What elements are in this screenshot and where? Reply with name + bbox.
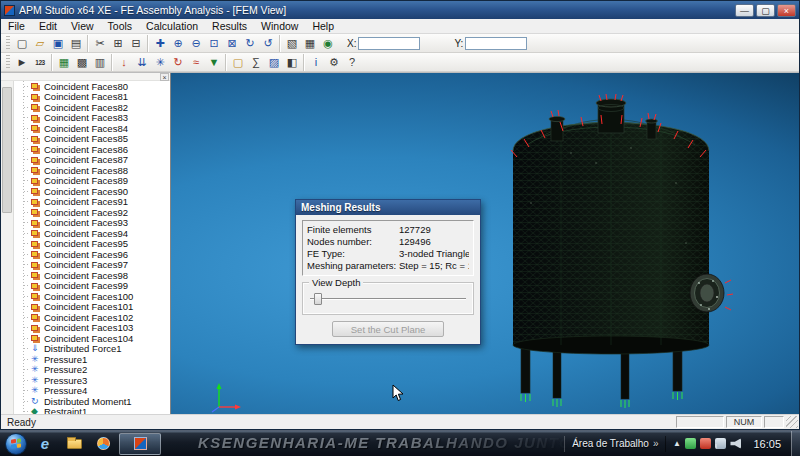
settings-icon[interactable]: ⚙ (325, 54, 343, 71)
open-file-icon[interactable]: ▱ (31, 35, 49, 52)
toolbar-grip[interactable] (6, 55, 10, 69)
tree-item[interactable]: Restraint1 (18, 407, 170, 415)
tree-item[interactable]: Coincident Faces88 (18, 165, 170, 176)
update-tray-icon[interactable] (685, 438, 696, 449)
show-desktop-button[interactable] (791, 431, 800, 456)
menu-item[interactable]: View (64, 19, 101, 33)
tree-item[interactable]: Pressure3 (18, 375, 170, 386)
menu-item[interactable]: Edit (32, 19, 64, 33)
hidden-icons-chevron-icon[interactable]: ▲ (672, 439, 681, 448)
tree-item[interactable]: Pressure4 (18, 386, 170, 397)
tree-item[interactable]: Coincident Faces97 (18, 260, 170, 271)
taskbar-browser-button[interactable]: e (32, 433, 58, 455)
menu-item[interactable]: Tools (101, 19, 140, 33)
view-depth-slider[interactable] (308, 292, 468, 306)
mesh-params-icon[interactable]: ▩ (73, 54, 91, 71)
measure-icon[interactable]: 123 (31, 54, 49, 71)
maximize-button[interactable]: ▢ (756, 4, 775, 17)
slider-thumb[interactable] (314, 293, 322, 305)
zoom-out-icon[interactable]: ⊖ (187, 35, 205, 52)
tree-item[interactable]: Pressure2 (18, 365, 170, 376)
pan-icon[interactable]: ✚ (151, 35, 169, 52)
tree-item[interactable]: Coincident Faces91 (18, 197, 170, 208)
toolbar-grip[interactable] (6, 36, 10, 50)
tree-item[interactable]: Coincident Faces89 (18, 176, 170, 187)
tree-item[interactable]: Coincident Faces99 (18, 281, 170, 292)
resize-grip[interactable] (786, 416, 798, 428)
tree-item[interactable]: Coincident Faces102 (18, 312, 170, 323)
panel-close-icon[interactable]: × (160, 73, 169, 81)
tree-item[interactable]: Coincident Faces93 (18, 218, 170, 229)
select-icon[interactable]: ► (13, 54, 31, 71)
distributed-force-icon[interactable]: ⇊ (133, 54, 151, 71)
x-coordinate-input[interactable] (358, 37, 420, 50)
temperature-icon[interactable]: ≈ (187, 54, 205, 71)
tree-item[interactable]: Coincident Faces80 (18, 81, 170, 92)
results-map-icon[interactable]: ▨ (265, 54, 283, 71)
volume-icon[interactable] (730, 438, 741, 449)
menu-item[interactable]: Results (205, 19, 254, 33)
tree-item[interactable]: Coincident Faces100 (18, 291, 170, 302)
tree-item[interactable]: Coincident Faces94 (18, 228, 170, 239)
toolbar-chevron-icon[interactable]: » (653, 438, 659, 449)
fem-viewport[interactable]: Meshing Results Finite elements number: … (171, 73, 799, 414)
view-cube-icon[interactable]: ▧ (283, 35, 301, 52)
delete-mesh-icon[interactable]: ▥ (91, 54, 109, 71)
scrollbar-thumb[interactable] (2, 87, 12, 213)
tree-item[interactable]: Coincident Faces95 (18, 239, 170, 250)
menu-item[interactable]: File (1, 19, 32, 33)
wireframe-icon[interactable]: ▦ (301, 35, 319, 52)
close-button[interactable]: × (777, 4, 796, 17)
taskbar-clock[interactable]: 16:05 (747, 438, 791, 450)
dialog-title[interactable]: Meshing Results (296, 200, 480, 215)
y-coordinate-input[interactable] (465, 37, 527, 50)
cut-icon[interactable]: ✂ (91, 35, 109, 52)
tree-item[interactable]: Pressure1 (18, 354, 170, 365)
generate-mesh-icon[interactable]: ▦ (55, 54, 73, 71)
tree-scrollbar[interactable] (1, 81, 14, 414)
tree-item[interactable]: Distributed Force1 (18, 344, 170, 355)
title-bar[interactable]: APM Studio x64 XE - FE Assembly Analysis… (1, 1, 799, 19)
tree-item[interactable]: Coincident Faces104 (18, 333, 170, 344)
calculate-icon[interactable]: ∑ (247, 54, 265, 71)
minimize-button[interactable]: — (735, 4, 754, 17)
tree-item[interactable]: Coincident Faces90 (18, 186, 170, 197)
taskbar-apm-studio-button[interactable] (119, 433, 161, 455)
tree-item[interactable]: Coincident Faces85 (18, 134, 170, 145)
copy-icon[interactable]: ⊞ (109, 35, 127, 52)
zoom-in-icon[interactable]: ⊕ (169, 35, 187, 52)
meshing-results-dialog[interactable]: Meshing Results Finite elements number: … (295, 199, 481, 345)
tree-item[interactable]: Coincident Faces101 (18, 302, 170, 313)
start-button[interactable] (5, 433, 27, 455)
cut-plane-icon[interactable]: ◧ (283, 54, 301, 71)
rotate-back-icon[interactable]: ↺ (259, 35, 277, 52)
force-icon[interactable]: ↓ (115, 54, 133, 71)
help-icon[interactable]: ? (343, 54, 361, 71)
tree-item[interactable]: Coincident Faces98 (18, 270, 170, 281)
menu-item[interactable]: Help (305, 19, 341, 33)
zoom-window-icon[interactable]: ⊡ (205, 35, 223, 52)
new-file-icon[interactable]: ▢ (13, 35, 31, 52)
tree-item[interactable]: Coincident Faces84 (18, 123, 170, 134)
restraint-icon[interactable]: ▼ (205, 54, 223, 71)
network-icon[interactable] (715, 438, 726, 449)
menu-item[interactable]: Window (254, 19, 305, 33)
tree-item[interactable]: Coincident Faces87 (18, 155, 170, 166)
menu-item[interactable]: Calculation (139, 19, 205, 33)
tree-item[interactable]: Coincident Faces81 (18, 92, 170, 103)
tree-item[interactable]: Coincident Faces86 (18, 144, 170, 155)
save-icon[interactable]: ▣ (49, 35, 67, 52)
coincident-faces-icon[interactable]: ▢ (229, 54, 247, 71)
pressure-icon[interactable]: ✳ (151, 54, 169, 71)
set-cut-plane-button[interactable]: Set the Cut Plane (332, 321, 444, 337)
antivirus-tray-icon[interactable] (700, 438, 711, 449)
paste-icon[interactable]: ⊟ (127, 35, 145, 52)
tree-item[interactable]: Coincident Faces92 (18, 207, 170, 218)
rotate-view-icon[interactable]: ↻ (241, 35, 259, 52)
taskbar-explorer-button[interactable] (61, 433, 87, 455)
print-icon[interactable]: ▤ (67, 35, 85, 52)
info-icon[interactable]: i (307, 54, 325, 71)
tree-item[interactable]: Coincident Faces83 (18, 113, 170, 124)
tree-item[interactable]: Coincident Faces96 (18, 249, 170, 260)
tree-item[interactable]: Coincident Faces103 (18, 323, 170, 334)
